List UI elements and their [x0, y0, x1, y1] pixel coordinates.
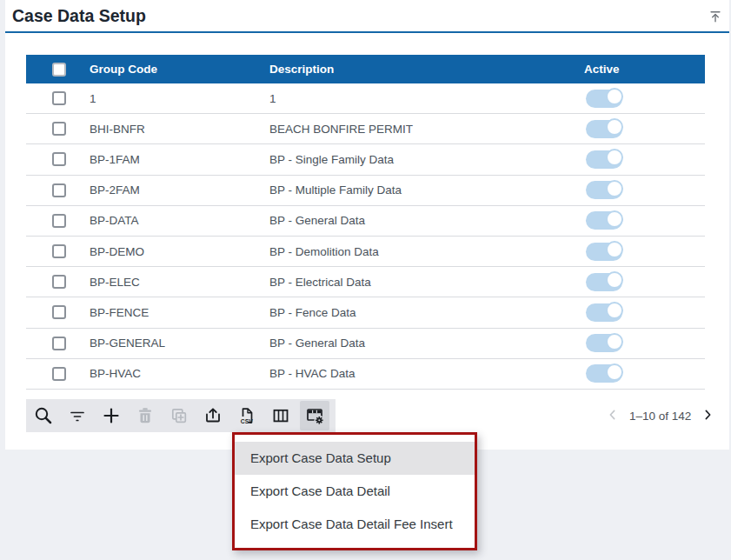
menu-item-export-case-data-detail-fee-insert[interactable]: Export Case Data Detail Fee Insert	[235, 508, 475, 541]
table-row: BP-DATA BP - General Data	[26, 206, 705, 237]
table-row: BP-2FAM BP - Multiple Family Data	[26, 176, 705, 206]
toggle-knob	[606, 302, 623, 319]
select-all-checkbox[interactable]	[52, 63, 66, 77]
cell-group-code: BP-FENCE	[90, 306, 269, 319]
export-csv-button[interactable]: CSV	[232, 401, 262, 430]
cell-description: BP - Electrical Data	[269, 276, 584, 289]
next-page-button[interactable]	[701, 408, 714, 424]
delete-icon	[135, 405, 156, 426]
toggle-knob	[606, 149, 623, 166]
svg-text:CSV: CSV	[241, 418, 253, 424]
cell-description: BP - Fence Data	[269, 306, 584, 319]
previous-page-button[interactable]	[606, 408, 620, 424]
row-checkbox[interactable]	[52, 152, 66, 166]
columns-button[interactable]	[266, 401, 296, 430]
pagination: 1–10 of 142	[606, 399, 714, 432]
cell-description: 1	[269, 92, 584, 105]
toggle-knob	[606, 180, 623, 197]
active-toggle[interactable]	[586, 211, 622, 230]
chevron-right-icon	[701, 408, 714, 424]
title-divider	[5, 31, 729, 33]
cell-description: BP - General Data	[269, 337, 584, 350]
table-row: BP-DEMO BP - Demolition Data	[26, 237, 705, 267]
table-row: 1 1	[26, 83, 705, 114]
toggle-knob	[606, 271, 623, 289]
toggle-knob	[606, 333, 623, 350]
page-title: Case Data Setup	[12, 6, 146, 26]
toggle-knob	[606, 210, 623, 228]
vertical-align-top-icon	[708, 9, 723, 27]
duplicate-button[interactable]	[164, 401, 194, 430]
table-row: BP-GENERAL BP - General Data	[26, 329, 705, 359]
cell-description: BP - Single Family Data	[269, 153, 584, 166]
add-button[interactable]	[96, 401, 126, 430]
search-button[interactable]	[29, 401, 58, 430]
case-data-table: Group Code Description Active 1 1	[26, 55, 705, 390]
grid-settings-button[interactable]	[300, 401, 329, 430]
active-toggle[interactable]	[586, 150, 622, 169]
cell-group-code: BP-DEMO	[90, 245, 269, 258]
grid-settings-icon	[304, 405, 325, 426]
columns-icon	[270, 405, 291, 426]
collapse-panel-button[interactable]	[704, 6, 727, 29]
cell-description: BP - General Data	[269, 214, 584, 227]
cell-description: BEACH BONFIRE PERMIT	[269, 123, 584, 136]
cell-group-code: BHI-BNFR	[90, 123, 269, 136]
cell-description: BP - HVAC Data	[269, 367, 584, 380]
table-row: BHI-BNFR BEACH BONFIRE PERMIT	[26, 114, 705, 144]
toggle-knob	[606, 241, 623, 258]
table-toolbar: CSV	[26, 399, 336, 432]
export-dropdown-menu: Export Case Data Setup Export Case Data …	[232, 432, 477, 550]
active-toggle[interactable]	[586, 303, 622, 322]
column-header-description[interactable]: Description	[269, 63, 584, 76]
active-toggle[interactable]	[586, 364, 622, 383]
table-row: BP-1FAM BP - Single Family Data	[26, 144, 705, 175]
duplicate-icon	[169, 405, 189, 426]
table-row: BP-FENCE BP - Fence Data	[26, 297, 705, 328]
filter-button[interactable]	[63, 401, 92, 430]
row-checkbox[interactable]	[52, 122, 66, 136]
row-checkbox[interactable]	[52, 305, 66, 319]
chevron-left-icon	[606, 408, 620, 424]
export-csv-icon: CSV	[236, 405, 257, 426]
column-header-active[interactable]: Active	[584, 63, 705, 76]
active-toggle[interactable]	[586, 90, 622, 108]
filter-icon	[67, 405, 88, 426]
row-checkbox[interactable]	[52, 244, 66, 258]
active-toggle[interactable]	[586, 120, 622, 138]
export-button[interactable]	[198, 401, 228, 430]
cell-group-code: BP-2FAM	[90, 183, 269, 197]
pagination-range-label: 1–10 of 142	[629, 410, 691, 423]
cell-group-code: BP-HVAC	[90, 367, 269, 380]
menu-item-export-case-data-detail[interactable]: Export Case Data Detail	[235, 475, 475, 508]
cell-group-code: 1	[90, 92, 269, 105]
case-data-setup-panel: Case Data Setup Group Code Description A…	[5, 0, 729, 450]
export-icon	[203, 405, 223, 426]
search-icon	[33, 405, 54, 426]
cell-group-code: BP-1FAM	[90, 153, 269, 166]
row-checkbox[interactable]	[52, 337, 66, 350]
row-checkbox[interactable]	[52, 183, 66, 197]
active-toggle[interactable]	[586, 243, 622, 261]
table-row: BP-HVAC BP - HVAC Data	[26, 359, 705, 390]
toggle-knob	[606, 363, 623, 381]
column-header-group-code[interactable]: Group Code	[90, 63, 269, 76]
cell-group-code: BP-DATA	[90, 214, 269, 227]
toggle-knob	[606, 88, 623, 105]
toggle-knob	[606, 118, 623, 136]
case-data-setup-screen: Case Data Setup Group Code Description A…	[0, 0, 731, 560]
menu-item-export-case-data-setup[interactable]: Export Case Data Setup	[235, 442, 475, 475]
row-checkbox[interactable]	[52, 367, 66, 381]
row-checkbox[interactable]	[52, 214, 66, 228]
row-checkbox[interactable]	[52, 91, 66, 105]
delete-button[interactable]	[130, 401, 160, 430]
cell-description: BP - Multiple Family Data	[269, 183, 584, 197]
cell-group-code: BP-GENERAL	[90, 337, 269, 350]
table-row: BP-ELEC BP - Electrical Data	[26, 267, 705, 297]
cell-group-code: BP-ELEC	[90, 276, 269, 289]
row-checkbox[interactable]	[52, 275, 66, 289]
active-toggle[interactable]	[586, 181, 622, 199]
active-toggle[interactable]	[586, 334, 622, 352]
add-icon	[101, 405, 122, 426]
active-toggle[interactable]	[586, 273, 622, 291]
